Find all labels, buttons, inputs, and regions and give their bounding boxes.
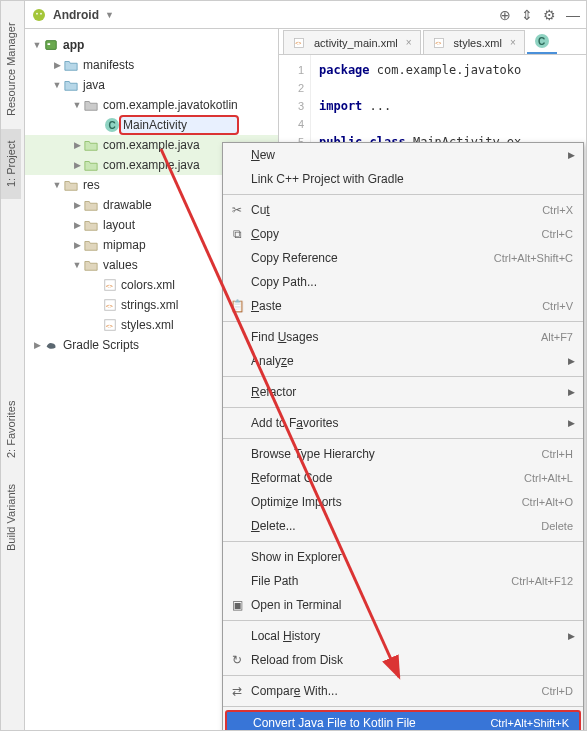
class-icon: C [535, 34, 549, 48]
menu-separator [223, 675, 583, 676]
svg-point-1 [36, 12, 38, 14]
project-toolbar: Android ▼ ⊕ ⇕ ⚙ — [25, 1, 586, 29]
menu-separator [223, 620, 583, 621]
folder-icon [83, 237, 99, 253]
package-icon [83, 137, 99, 153]
tree-node-manifests[interactable]: manifests [25, 55, 278, 75]
close-icon[interactable]: × [510, 37, 516, 48]
expand-icon[interactable]: ⇕ [521, 7, 533, 23]
tab-favorites[interactable]: 2: Favorites [1, 389, 21, 469]
settings-icon[interactable]: ⚙ [543, 7, 556, 23]
svg-text:<>: <> [435, 40, 441, 46]
xml-file-icon: <> [432, 36, 446, 50]
tab-resource-manager[interactable]: Resource Manager [1, 9, 21, 129]
minimize-icon[interactable]: — [566, 7, 580, 23]
submenu-arrow-icon: ▶ [568, 356, 575, 366]
menu-local-history[interactable]: Local History▶ [223, 624, 583, 648]
menu-analyze[interactable]: Analyze▶ [223, 349, 583, 373]
compare-icon: ⇄ [229, 683, 245, 699]
android-icon [31, 7, 47, 23]
folder-icon [83, 257, 99, 273]
menu-separator [223, 321, 583, 322]
editor-tabs: <> activity_main.xml × <> styles.xml × C [279, 29, 586, 55]
tab-build-variants[interactable]: Build Variants [1, 469, 21, 565]
paste-icon: 📋 [229, 298, 245, 314]
tree-node-app[interactable]: app [25, 35, 278, 55]
tab-project[interactable]: 1: Project [1, 129, 21, 199]
menu-copy-path[interactable]: Copy Path... [223, 270, 583, 294]
menu-refactor[interactable]: Refactor▶ [223, 380, 583, 404]
svg-text:<>: <> [106, 322, 114, 329]
dropdown-icon[interactable]: ▼ [105, 10, 114, 20]
svg-text:<>: <> [106, 302, 114, 309]
menu-separator [223, 194, 583, 195]
terminal-icon: ▣ [229, 597, 245, 613]
target-icon[interactable]: ⊕ [499, 7, 511, 23]
svg-point-2 [40, 12, 42, 14]
menu-separator [223, 706, 583, 707]
menu-delete[interactable]: Delete...Delete [223, 514, 583, 538]
menu-separator [223, 376, 583, 377]
xml-file-icon: <> [103, 298, 117, 312]
xml-file-icon: <> [103, 318, 117, 332]
reload-icon: ↻ [229, 652, 245, 668]
menu-new[interactable]: NNewew▶ [223, 143, 583, 167]
svg-point-0 [33, 9, 45, 21]
menu-add-favorites[interactable]: Add to Favorites▶ [223, 411, 583, 435]
context-menu: NNewew▶ Link C++ Project with Gradle ✂Cu… [222, 142, 584, 731]
tool-window-bar: Resource Manager 1: Project 2: Favorites… [1, 1, 25, 730]
menu-open-terminal[interactable]: ▣Open in Terminal [223, 593, 583, 617]
svg-rect-4 [48, 43, 51, 45]
editor-tab-active[interactable]: C [527, 30, 557, 54]
tree-node-main-activity[interactable]: C MainActivity [25, 115, 278, 135]
tree-node-java[interactable]: java [25, 75, 278, 95]
menu-reformat-code[interactable]: Reformat CodeCtrl+Alt+L [223, 466, 583, 490]
cut-icon: ✂ [229, 202, 245, 218]
editor-tab[interactable]: <> activity_main.xml × [283, 30, 421, 54]
menu-separator [223, 407, 583, 408]
menu-browse-type-hierarchy[interactable]: Browse Type HierarchyCtrl+H [223, 442, 583, 466]
editor-tab[interactable]: <> styles.xml × [423, 30, 525, 54]
menu-show-in-explorer[interactable]: Show in Explorer [223, 545, 583, 569]
class-icon: C [105, 118, 119, 132]
folder-icon [83, 217, 99, 233]
menu-separator [223, 541, 583, 542]
menu-link-cpp[interactable]: Link C++ Project with Gradle [223, 167, 583, 191]
submenu-arrow-icon: ▶ [568, 387, 575, 397]
close-icon[interactable]: × [406, 37, 412, 48]
menu-compare-with[interactable]: ⇄Compare With...Ctrl+D [223, 679, 583, 703]
menu-cut[interactable]: ✂CutCtrl+X [223, 198, 583, 222]
folder-icon [83, 197, 99, 213]
folder-icon [63, 77, 79, 93]
view-mode-label[interactable]: Android [53, 8, 99, 22]
menu-paste[interactable]: 📋PasteCtrl+V [223, 294, 583, 318]
menu-find-usages[interactable]: Find UsagesAlt+F7 [223, 325, 583, 349]
copy-icon: ⧉ [229, 226, 245, 242]
menu-copy-reference[interactable]: Copy ReferenceCtrl+Alt+Shift+C [223, 246, 583, 270]
package-icon [83, 157, 99, 173]
menu-separator [223, 438, 583, 439]
xml-file-icon: <> [292, 36, 306, 50]
folder-icon [63, 57, 79, 73]
xml-file-icon: <> [103, 278, 117, 292]
svg-text:<>: <> [106, 282, 114, 289]
package-icon [83, 97, 99, 113]
menu-reload-from-disk[interactable]: ↻Reload from Disk [223, 648, 583, 672]
tree-node-package[interactable]: com.example.javatokotlin [25, 95, 278, 115]
folder-icon [63, 177, 79, 193]
menu-optimize-imports[interactable]: Optimize ImportsCtrl+Alt+O [223, 490, 583, 514]
menu-copy[interactable]: ⧉CopyCtrl+C [223, 222, 583, 246]
submenu-arrow-icon: ▶ [568, 150, 575, 160]
menu-file-path[interactable]: File PathCtrl+Alt+F12 [223, 569, 583, 593]
gradle-icon [43, 337, 59, 353]
menu-convert-java-to-kotlin[interactable]: Convert Java File to Kotlin FileCtrl+Alt… [225, 710, 581, 731]
svg-rect-3 [46, 41, 57, 50]
module-icon [43, 37, 59, 53]
submenu-arrow-icon: ▶ [568, 418, 575, 428]
submenu-arrow-icon: ▶ [568, 631, 575, 641]
svg-text:<>: <> [295, 40, 301, 46]
